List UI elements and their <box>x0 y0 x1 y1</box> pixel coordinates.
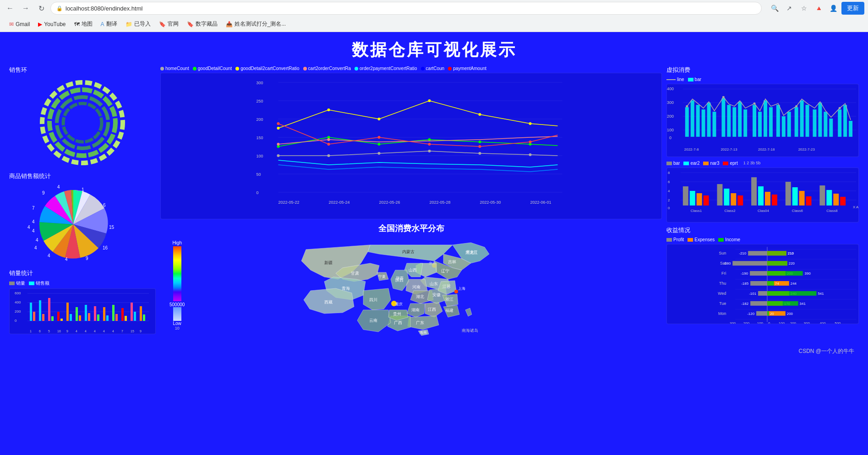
svg-rect-282 <box>750 301 767 306</box>
bookmark-imported[interactable]: 📁 已导入 <box>122 18 154 30</box>
svg-text:新疆: 新疆 <box>324 260 333 265</box>
left-column: 销售环 商品销售额统计 <box>9 66 156 341</box>
svg-text:辽宁: 辽宁 <box>441 269 449 273</box>
svg-rect-253 <box>748 251 767 255</box>
sales-ring-panel: 销售环 <box>9 66 156 168</box>
legend-eprt: eprt <box>723 161 737 166</box>
bookmark-youtube[interactable]: ▶ YouTube <box>34 19 69 29</box>
update-button[interactable]: 更新 <box>841 2 864 15</box>
svg-text:河南: 河南 <box>412 285 420 289</box>
svg-rect-45 <box>112 305 115 321</box>
svg-text:Mon: Mon <box>718 311 726 316</box>
svg-text:6: 6 <box>39 330 41 333</box>
svg-text:2022-05-28: 2022-05-28 <box>430 200 451 205</box>
svg-rect-183 <box>849 121 852 137</box>
svg-text:200: 200 <box>257 117 263 122</box>
svg-text:广西: 广西 <box>394 320 402 325</box>
bookmark-official[interactable]: 🔖 官网 <box>155 18 182 30</box>
svg-text:青海: 青海 <box>342 286 350 291</box>
bookmark-button[interactable]: ☆ <box>797 2 810 15</box>
bookmark-translate[interactable]: A 翻译 <box>97 18 121 30</box>
share-button[interactable]: ↗ <box>783 2 796 15</box>
svg-rect-208 <box>731 193 736 206</box>
svg-text:浙江: 浙江 <box>445 297 453 302</box>
legend-homecount: homeCount <box>160 66 189 71</box>
svg-text:0: 0 <box>669 135 671 140</box>
svg-point-105 <box>328 138 330 141</box>
bookmark-map[interactable]: 🗺 地图 <box>71 18 96 30</box>
svg-text:200: 200 <box>667 114 674 119</box>
reload-button[interactable]: ↻ <box>35 2 48 15</box>
profile-button[interactable]: 👤 <box>827 2 840 15</box>
profit-chart: Sun Sat Fri Thu Wed Tue Mon -300 -200 -1… <box>666 244 859 324</box>
forward-button[interactable]: → <box>19 2 32 15</box>
profit-panel: 收益情况 Profit Expenses Income <box>666 226 859 324</box>
svg-text:4: 4 <box>76 330 77 333</box>
svg-text:黑龙江: 黑龙江 <box>466 250 477 254</box>
svg-point-184 <box>686 105 688 108</box>
svg-text:541: 541 <box>818 292 824 296</box>
svg-text:上海: 上海 <box>458 287 465 291</box>
svg-point-100 <box>378 118 381 120</box>
sales-ring-title: 销售环 <box>9 66 156 74</box>
dashboard: 数据仓库可视化展示 销售环 <box>0 32 868 362</box>
svg-text:-190: -190 <box>741 271 748 276</box>
svg-rect-36 <box>70 314 72 321</box>
svg-text:4: 4 <box>85 330 87 333</box>
svg-text:100: 100 <box>779 321 785 324</box>
svg-rect-52 <box>143 314 145 321</box>
goods-sales-panel: 商品销售额统计 <box>9 172 156 265</box>
svg-rect-206 <box>717 184 722 206</box>
colorbar-min: 10 <box>175 326 180 330</box>
svg-text:2022-05-24: 2022-05-24 <box>329 200 350 205</box>
legend-expenses: Expenses <box>688 237 715 242</box>
svg-point-95 <box>428 138 431 141</box>
svg-rect-39 <box>85 305 87 321</box>
svg-rect-35 <box>66 303 69 321</box>
svg-rect-49 <box>131 303 133 321</box>
svg-text:600: 600 <box>15 291 21 295</box>
svg-rect-163 <box>727 105 731 137</box>
svg-text:-100: -100 <box>756 321 763 324</box>
svg-text:4: 4 <box>57 184 60 190</box>
svg-text:吉林: 吉林 <box>448 260 456 264</box>
svg-text:海南: 海南 <box>420 330 427 335</box>
svg-text:Class1: Class1 <box>691 209 702 213</box>
legend-gooddetail: goodDetailCount <box>193 66 232 71</box>
bookmark-gmail[interactable]: ✉ Gmail <box>5 19 33 29</box>
svg-point-94 <box>378 143 381 146</box>
svg-text:0: 0 <box>768 321 770 324</box>
back-button[interactable]: ← <box>4 2 16 15</box>
sales-stats-title: 销量统计 <box>9 269 156 277</box>
svg-text:9: 9 <box>140 330 142 333</box>
legend-profit: Profit <box>666 237 684 242</box>
svg-rect-159 <box>702 109 705 137</box>
svg-text:2022-05-26: 2022-05-26 <box>379 200 400 205</box>
svg-text:74: 74 <box>775 282 779 286</box>
svg-text:15: 15 <box>131 330 134 333</box>
svg-text:南海诸岛: 南海诸岛 <box>462 328 478 333</box>
right-column: 虚拟消费 line bar <box>666 66 859 341</box>
svg-rect-220 <box>833 194 839 206</box>
bookmark-name-test[interactable]: 📥 姓名测试打分_测名... <box>222 18 290 30</box>
svg-rect-263 <box>767 261 787 265</box>
svg-text:4: 4 <box>103 330 105 333</box>
svg-rect-218 <box>819 185 825 206</box>
legend-ear2: ear2 <box>683 161 699 166</box>
svg-rect-34 <box>60 319 63 321</box>
svg-rect-33 <box>57 312 60 321</box>
svg-rect-170 <box>769 107 773 137</box>
bookmark-nft[interactable]: 🔖 数字藏品 <box>183 18 221 30</box>
svg-text:4: 4 <box>65 257 68 262</box>
zoom-button[interactable]: 🔍 <box>768 2 781 15</box>
svg-rect-182 <box>843 105 847 137</box>
url-bar[interactable]: 🔒 localhost:8080/endindex.html <box>50 2 762 15</box>
svg-text:4: 4 <box>34 245 37 250</box>
legend-cartcoun: cartCoun <box>421 66 445 71</box>
svg-text:400: 400 <box>667 87 674 91</box>
svg-rect-216 <box>799 191 805 206</box>
colorbar-low: Low <box>173 321 181 326</box>
svg-rect-219 <box>826 190 832 206</box>
extension-button[interactable]: 🔺 <box>812 2 825 15</box>
svg-rect-32 <box>51 316 54 321</box>
